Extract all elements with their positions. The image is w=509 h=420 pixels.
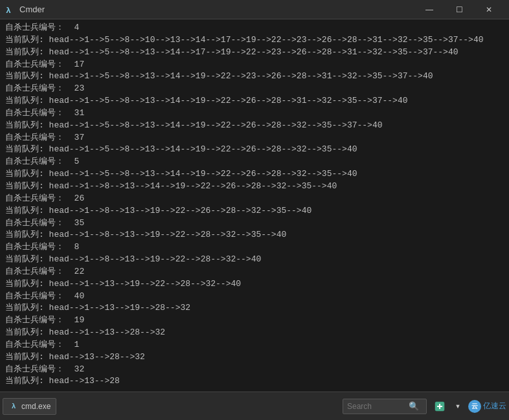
terminal-line: 自杀士兵编号： 40 xyxy=(5,291,84,301)
taskbar-app-label: cmd.exe xyxy=(21,402,51,411)
terminal-line: 自杀士兵编号： 26 xyxy=(5,193,84,203)
svg-text:λ: λ xyxy=(6,6,11,15)
terminal-line: 当前队列: head-->13-->28 xyxy=(5,376,120,386)
add-tab-button[interactable] xyxy=(432,399,447,414)
terminal-line: 自杀士兵编号： 19 xyxy=(5,315,84,325)
search-icon[interactable]: 🔍 xyxy=(409,401,419,412)
title-text: Cmder xyxy=(19,5,414,14)
search-input[interactable] xyxy=(347,402,409,411)
terminal-output: 自杀士兵编号： 4 当前队列: head-->1-->5-->8-->10-->… xyxy=(0,19,509,392)
terminal-line: 当前队列: head-->1-->5-->8-->13-->14-->19-->… xyxy=(5,144,357,154)
terminal-line: 自杀士兵编号： 32 xyxy=(5,364,84,374)
terminal-line: 当前队列: head-->1-->5-->8-->13-->14-->19-->… xyxy=(5,96,408,105)
minimize-button[interactable]: — xyxy=(414,0,444,19)
terminal-line: 自杀士兵编号： 23 xyxy=(5,83,84,93)
window-controls: — ☐ ✕ xyxy=(414,0,504,19)
terminal-line: 自杀士兵编号： 1 xyxy=(5,340,79,349)
terminal-line: 当前队列: head-->1-->8-->13-->19-->22-->26--… xyxy=(5,206,311,216)
brand-label: 亿速云 xyxy=(483,401,506,412)
taskbar-app-cmder[interactable]: λ cmd.exe xyxy=(3,398,56,415)
taskbar-icons: ▾ xyxy=(432,399,466,414)
title-bar: λ Cmder — ☐ ✕ xyxy=(0,0,509,19)
maximize-button[interactable]: ☐ xyxy=(444,0,474,19)
terminal-line: 自杀士兵编号： 22 xyxy=(5,267,84,276)
terminal-line: 当前队列: head-->1-->8-->13-->14-->19-->22--… xyxy=(5,181,337,191)
terminal-line: 当前队列: head-->1-->8-->13-->19-->22-->28--… xyxy=(5,254,261,264)
terminal-line: 当前队列: head-->1-->8-->13-->19-->22-->28--… xyxy=(5,230,286,239)
terminal-line: 当前队列: head-->13-->28-->32 xyxy=(5,352,145,362)
terminal-line: 自杀士兵编号： 5 xyxy=(5,157,79,166)
brand-logo[interactable]: 云 亿速云 xyxy=(468,400,506,413)
terminal-line: 当前队列: head-->1-->13-->19-->22-->28-->32-… xyxy=(5,279,241,289)
terminal-line: 自杀士兵编号： 17 xyxy=(5,60,84,69)
dropdown-button[interactable]: ▾ xyxy=(450,399,466,414)
app-icon: λ xyxy=(5,5,16,15)
terminal-line: 自杀士兵编号： 35 xyxy=(5,218,84,228)
terminal-line: 自杀士兵编号： 4 xyxy=(5,23,79,32)
terminal-line: 自杀士兵编号： 8 xyxy=(5,242,79,252)
terminal-line: 当前队列: head-->1-->5-->8-->13-->14-->19-->… xyxy=(5,169,357,179)
close-button[interactable]: ✕ xyxy=(474,0,504,19)
taskbar: λ cmd.exe 🔍 ▾ 云 亿速云 xyxy=(0,392,509,420)
terminal-line: 自杀士兵编号： 31 xyxy=(5,108,84,118)
terminal-line: 当前队列: head-->1-->13-->19-->28-->32 xyxy=(5,303,190,313)
terminal-line: 自杀士兵编号： 37 xyxy=(5,133,84,142)
terminal-line: 当前队列: head-->1-->5-->8-->13-->14-->19-->… xyxy=(5,120,383,130)
brand-icon: 云 xyxy=(468,400,481,413)
terminal-line: 当前队列: head-->1-->5-->8-->13-->14-->17-->… xyxy=(5,47,458,57)
terminal-line: 当前队列: head-->1-->5-->8-->13-->14-->19-->… xyxy=(5,71,433,81)
terminal-line: 当前队列: head-->1-->5-->8-->10-->13-->14-->… xyxy=(5,35,484,45)
taskbar-app-icon: λ xyxy=(8,401,19,412)
search-box: 🔍 xyxy=(343,399,427,414)
terminal-line: 当前队列: head-->1-->13-->28-->32 xyxy=(5,327,165,337)
